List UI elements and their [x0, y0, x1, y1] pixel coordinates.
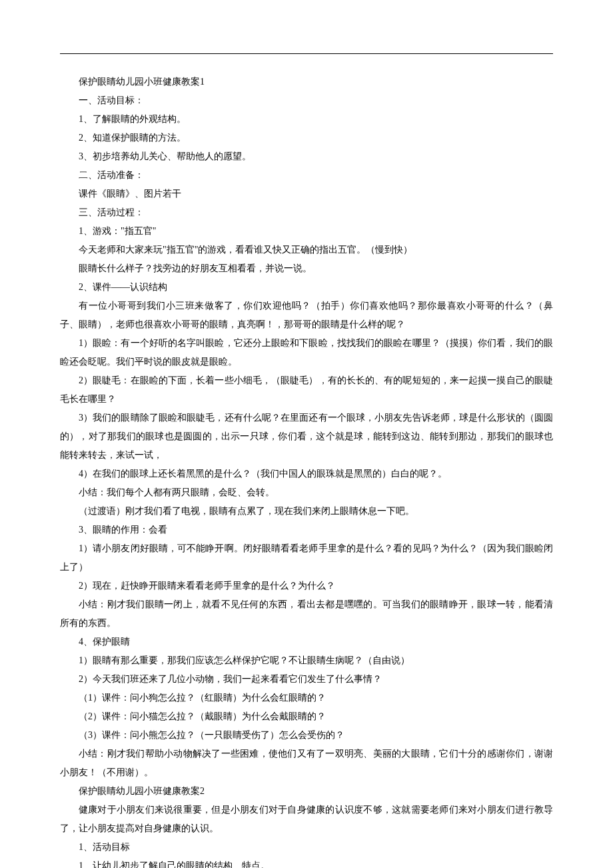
text-line: 1、活动目标	[60, 838, 553, 857]
text-line: （3）课件：问小熊怎么拉？（一只眼睛受伤了）怎么会受伤的？	[60, 726, 553, 745]
text-line: 1、游戏："指五官"	[60, 222, 553, 241]
text-line: 3）我们的眼睛除了眼睑和眼睫毛，还有什么呢？在里面还有一个眼球，小朋友先告诉老师…	[60, 409, 553, 465]
text-line: 有一位小哥哥到我们小三班来做客了，你们欢迎他吗？（拍手）你们喜欢他吗？那你最喜欢…	[60, 297, 553, 334]
text-line: 1、了解眼睛的外观结构。	[60, 110, 553, 129]
text-line: 2、知道保护眼睛的方法。	[60, 129, 553, 147]
document-body: 保护眼睛幼儿园小班健康教案1一、活动目标：1、了解眼睛的外观结构。2、知道保护眼…	[60, 73, 553, 868]
text-line: （过渡语）刚才我们看了电视，眼睛有点累了，现在我们来闭上眼睛休息一下吧。	[60, 502, 553, 521]
text-line: 1）请小朋友闭好眼睛，可不能睁开啊。闭好眼睛看看老师手里拿的是什么？看的见吗？为…	[60, 539, 553, 577]
text-line: 2、课件——认识结构	[60, 278, 553, 297]
text-line: 4、保护眼睛	[60, 633, 553, 651]
text-line: 小结：刚才我们眼睛一闭上，就看不见任何的东西，看出去都是嘿嘿的。可当我们的眼睛睁…	[60, 595, 553, 633]
text-line: 2）眼睫毛：在眼睑的下面，长着一些小细毛，（眼睫毛），有的长长的、有的呢短短的，…	[60, 371, 553, 409]
text-line: 保护眼睛幼儿园小班健康教案1	[60, 73, 553, 91]
text-line: 三、活动过程：	[60, 203, 553, 222]
text-line: （2）课件：问小猫怎么拉？（戴眼睛）为什么会戴眼睛的？	[60, 707, 553, 726]
text-line: 一、活动目标：	[60, 91, 553, 110]
text-line: 2）现在，赶快睁开眼睛来看看老师手里拿的是什么？为什么？	[60, 577, 553, 595]
text-line: 今天老师和大家来玩"指五官"的游戏，看看谁又快又正确的指出五官。（慢到快）	[60, 241, 553, 259]
text-line: 健康对于小朋友们来说很重要，但是小朋友们对于自身健康的认识度不够，这就需要老师们…	[60, 801, 553, 838]
text-line: 小结：刚才我们帮助小动物解决了一些困难，使他们又有了一双明亮、美丽的大眼睛，它们…	[60, 745, 553, 782]
text-line: 小结：我们每个人都有两只眼睛，会眨、会转。	[60, 483, 553, 502]
text-line: 2）今天我们班还来了几位小动物，我们一起来看看它们发生了什么事情？	[60, 670, 553, 689]
text-line: 课件《眼睛》、图片若干	[60, 185, 553, 203]
text-line: 1）眼睛有那么重要，那我们应该怎么样保护它呢？不让眼睛生病呢？（自由说）	[60, 651, 553, 670]
text-line: 1）眼睑：有一个好听的名字叫眼睑，它还分上眼睑和下眼睑，找找我们的眼睑在哪里？（…	[60, 334, 553, 371]
text-line: 保护眼睛幼儿园小班健康教案2	[60, 782, 553, 801]
text-line: 二、活动准备：	[60, 166, 553, 185]
text-line: 眼睛长什么样子？找旁边的好朋友互相看看，并说一说。	[60, 259, 553, 278]
top-divider	[60, 53, 553, 54]
text-line: 3、眼睛的作用：会看	[60, 521, 553, 539]
text-line: 4）在我们的眼球上还长着黑黑的是什么？（我们中国人的眼珠就是黑黑的）白白的呢？。	[60, 465, 553, 483]
text-line: 1、让幼儿初步了解自己的眼睛的结构、特点。	[60, 857, 553, 868]
text-line: （1）课件：问小狗怎么拉？（红眼睛）为什么会红眼睛的？	[60, 689, 553, 707]
text-line: 3、初步培养幼儿关心、帮助他人的愿望。	[60, 147, 553, 166]
